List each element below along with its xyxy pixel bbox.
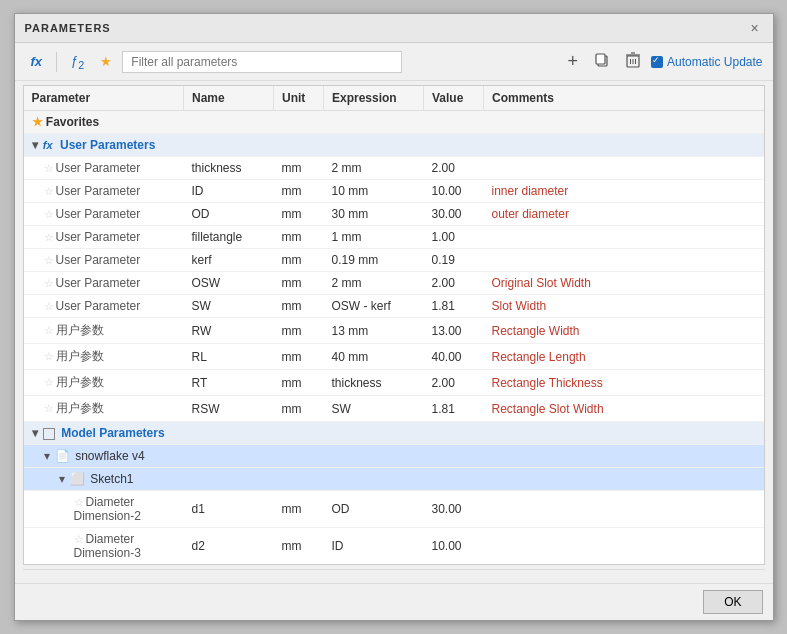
row-star-icon[interactable]: ☆ — [44, 277, 54, 289]
user-params-fx-icon: fx — [43, 139, 53, 151]
user-params-section-header[interactable]: ▾ fx User Parameters — [24, 134, 764, 157]
comment-cell — [484, 565, 764, 566]
table-row[interactable]: ☆用户参数 RL mm 40 mm 40.00 Rectangle Length — [24, 344, 764, 370]
row-star-icon[interactable]: ☆ — [44, 324, 54, 336]
expr-cell: 0.19 mm — [324, 249, 424, 272]
comment-cell — [484, 491, 764, 528]
table-row[interactable]: ☆User Parameter thickness mm 2 mm 2.00 — [24, 157, 764, 180]
row-star-icon[interactable]: ☆ — [74, 533, 84, 545]
horizontal-scrollbar[interactable] — [23, 569, 765, 581]
add-button[interactable]: + — [563, 49, 584, 74]
row-star-icon[interactable]: ☆ — [44, 231, 54, 243]
model-file-row[interactable]: ▾ 📄 snowflake v4 — [24, 445, 764, 468]
row-star-icon[interactable]: ☆ — [44, 376, 54, 388]
separator-1 — [56, 52, 57, 72]
table-row[interactable]: ☆Diameter Dimension-3 d2 mm ID 10.00 — [24, 528, 764, 565]
auto-update-checkbox — [651, 56, 663, 68]
table-row[interactable]: ☆用户参数 RT mm thickness 2.00 Rectangle Thi… — [24, 370, 764, 396]
fx2-button[interactable]: ƒ2 — [65, 50, 90, 74]
close-button[interactable]: × — [747, 20, 763, 36]
unit-cell: mm — [274, 565, 324, 566]
comment-cell — [484, 528, 764, 565]
model-params-section-header[interactable]: ▾ Model Parameters — [24, 422, 764, 445]
param-cell: ☆用户参数 — [24, 344, 184, 370]
search-input[interactable] — [122, 51, 402, 73]
table-row[interactable]: ☆User Parameter filletangle mm 1 mm 1.00 — [24, 226, 764, 249]
sketch-icon: ⬜ — [70, 472, 85, 486]
unit-cell: mm — [274, 396, 324, 422]
user-params-expand-icon: ▾ — [32, 138, 38, 152]
table-row[interactable]: ☆User Parameter ID mm 10 mm 10.00 inner … — [24, 180, 764, 203]
value-cell: 0.19 — [424, 249, 484, 272]
copy-button[interactable] — [589, 50, 615, 74]
delete-button[interactable] — [621, 50, 645, 74]
param-cell: ☆Diameter Dimension-2 — [24, 491, 184, 528]
comment-cell: inner diameter — [484, 180, 764, 203]
model-params-expand-icon: ▾ — [32, 426, 38, 440]
name-cell: SW — [184, 295, 274, 318]
comment-cell: Rectangle Length — [484, 344, 764, 370]
ok-button[interactable]: OK — [703, 590, 762, 614]
param-cell: ☆User Parameter — [24, 203, 184, 226]
expr-cell: 1 mm — [324, 226, 424, 249]
row-star-icon[interactable]: ☆ — [44, 208, 54, 220]
name-cell: ID — [184, 180, 274, 203]
unit-cell: mm — [274, 249, 324, 272]
name-cell: kerf — [184, 249, 274, 272]
value-cell: 13.00 — [424, 318, 484, 344]
table-row[interactable]: ☆用户参数 RW mm 13 mm 13.00 Rectangle Width — [24, 318, 764, 344]
table-row[interactable]: ☆User Parameter OSW mm 2 mm 2.00 Origina… — [24, 272, 764, 295]
user-params-label: User Parameters — [60, 138, 155, 152]
table-row[interactable]: ☆User Parameter SW mm OSW - kerf 1.81 Sl… — [24, 295, 764, 318]
row-star-icon[interactable]: ☆ — [44, 162, 54, 174]
unit-cell: mm — [274, 203, 324, 226]
value-cell: 1.81 — [424, 295, 484, 318]
comment-cell: Slot Width — [484, 295, 764, 318]
model-file-cell: ▾ 📄 snowflake v4 — [24, 445, 764, 468]
row-star-icon[interactable]: ☆ — [44, 350, 54, 362]
row-star-icon[interactable]: ☆ — [44, 185, 54, 197]
auto-update-label: Automatic Update — [667, 55, 762, 69]
param-cell: ☆User Parameter — [24, 249, 184, 272]
expr-cell: OSW - kerf — [324, 295, 424, 318]
title-bar: PARAMETERS × — [15, 14, 773, 43]
param-cell: ☆User Parameter — [24, 295, 184, 318]
value-cell: 30.00 — [424, 203, 484, 226]
name-cell: filletangle — [184, 226, 274, 249]
value-cell: 1.00 — [424, 226, 484, 249]
unit-cell: mm — [274, 318, 324, 344]
expr-cell: thickness — [324, 370, 424, 396]
table-row[interactable]: ☆User Parameter kerf mm 0.19 mm 0.19 — [24, 249, 764, 272]
table-row[interactable]: ☆User Parameter OD mm 30 mm 30.00 outer … — [24, 203, 764, 226]
unit-cell: mm — [274, 226, 324, 249]
table-row[interactable]: ☆Linear Dimension-2 d3 mm SW 1.81 — [24, 565, 764, 566]
name-cell: thickness — [184, 157, 274, 180]
name-cell: d3 — [184, 565, 274, 566]
fx-button[interactable]: fx — [25, 51, 49, 72]
unit-cell: mm — [274, 528, 324, 565]
table-row[interactable]: ☆Diameter Dimension-2 d1 mm OD 30.00 — [24, 491, 764, 528]
sketch-row[interactable]: ▾ ⬜ Sketch1 — [24, 468, 764, 491]
value-cell: 2.00 — [424, 272, 484, 295]
value-cell: 1.81 — [424, 565, 484, 566]
value-cell: 10.00 — [424, 528, 484, 565]
row-star-icon[interactable]: ☆ — [44, 402, 54, 414]
col-header-unit: Unit — [274, 86, 324, 111]
star-button[interactable]: ★ — [94, 51, 118, 72]
col-header-expression: Expression — [324, 86, 424, 111]
row-star-icon[interactable]: ☆ — [44, 300, 54, 312]
model-file-label: snowflake v4 — [75, 449, 144, 463]
expr-cell: OD — [324, 491, 424, 528]
auto-update-toggle[interactable]: Automatic Update — [651, 55, 762, 69]
comment-cell: outer diameter — [484, 203, 764, 226]
table-row[interactable]: ☆用户参数 RSW mm SW 1.81 Rectangle Slot Widt… — [24, 396, 764, 422]
expr-cell: SW — [324, 565, 424, 566]
value-cell: 1.81 — [424, 396, 484, 422]
row-star-icon[interactable]: ☆ — [44, 254, 54, 266]
table-header-row: Parameter Name Unit Expression Value Com… — [24, 86, 764, 111]
row-star-icon[interactable]: ☆ — [74, 496, 84, 508]
unit-cell: mm — [274, 295, 324, 318]
expr-cell: 2 mm — [324, 272, 424, 295]
toolbar: fx ƒ2 ★ + Automatic Update — [15, 43, 773, 81]
sketch-expand-icon: ▾ — [59, 472, 65, 486]
